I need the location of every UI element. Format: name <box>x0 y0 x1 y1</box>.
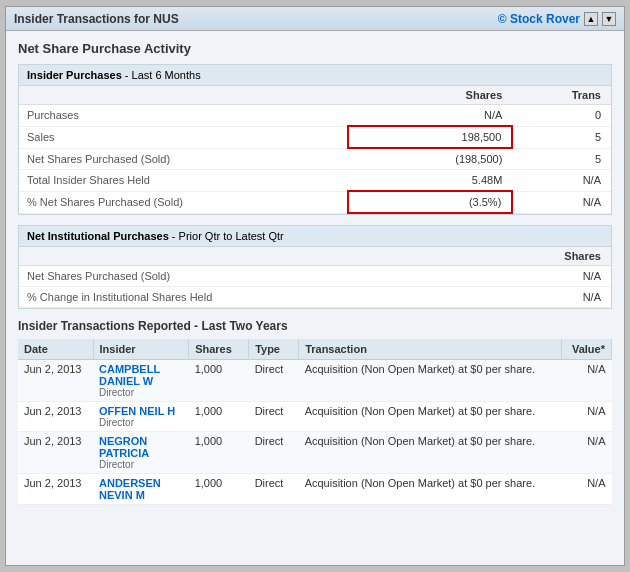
col-trans: Trans <box>512 86 611 105</box>
row-value: N/A <box>562 432 612 474</box>
row-shares: 198,500 <box>348 126 512 148</box>
row-insider: OFFEN NEIL HDirector <box>93 402 189 432</box>
row-shares: 1,000 <box>189 474 249 505</box>
table-row: PurchasesN/A0 <box>19 105 611 127</box>
row-date: Jun 2, 2013 <box>18 360 93 402</box>
row-insider: NEGRONPATRICIADirector <box>93 432 189 474</box>
insider-purchases-table: Shares Trans PurchasesN/A0Sales198,5005N… <box>19 86 611 214</box>
insider-purchases-section: Insider Purchases - Last 6 Months Shares… <box>18 64 612 215</box>
row-label: Net Shares Purchased (Sold) <box>19 266 414 287</box>
row-shares: 1,000 <box>189 360 249 402</box>
col-shares-trans: Shares <box>189 339 249 360</box>
row-transaction: Acquisition (Non Open Market) at $0 per … <box>299 360 562 402</box>
insider-link[interactable]: OFFEN NEIL H <box>99 405 175 417</box>
main-content: Net Share Purchase Activity Insider Purc… <box>6 31 624 565</box>
transactions-section-title: Insider Transactions Reported - Last Two… <box>18 319 612 333</box>
row-value: N/A <box>562 474 612 505</box>
col-type: Type <box>249 339 299 360</box>
row-value: N/A <box>562 360 612 402</box>
window-title: Insider Transactions for NUS <box>14 12 179 26</box>
insider-link[interactable]: ANDERSENNEVIN M <box>99 477 161 501</box>
col-insider: Insider <box>93 339 189 360</box>
transactions-section: Insider Transactions Reported - Last Two… <box>18 319 612 505</box>
insider-role: Director <box>99 459 183 470</box>
title-bar-right: © Stock Rover ▲ ▼ <box>498 12 616 26</box>
maximize-button[interactable]: ▼ <box>602 12 616 26</box>
row-date: Jun 2, 2013 <box>18 402 93 432</box>
col-value: Value* <box>562 339 612 360</box>
row-label: Total Insider Shares Held <box>19 170 348 192</box>
insider-purchases-header-label: Insider Purchases <box>27 69 122 81</box>
inst-col-shares: Shares <box>414 247 611 266</box>
row-label: Purchases <box>19 105 348 127</box>
net-share-section-title: Net Share Purchase Activity <box>18 41 612 56</box>
institutional-purchases-section: Net Institutional Purchases - Prior Qtr … <box>18 225 612 309</box>
table-row: Net Shares Purchased (Sold)N/A <box>19 266 611 287</box>
insider-role: Director <box>99 417 183 428</box>
table-row: Jun 2, 2013CAMPBELLDANIEL WDirector1,000… <box>18 360 612 402</box>
row-type: Direct <box>249 360 299 402</box>
institutional-purchases-header-suffix: - Prior Qtr to Latest Qtr <box>169 230 284 242</box>
table-row: Net Shares Purchased (Sold)(198,500)5 <box>19 148 611 170</box>
table-row: Jun 2, 2013ANDERSENNEVIN M1,000DirectAcq… <box>18 474 612 505</box>
row-insider: ANDERSENNEVIN M <box>93 474 189 505</box>
row-trans: 5 <box>512 126 611 148</box>
insider-purchases-header: Insider Purchases - Last 6 Months <box>19 65 611 86</box>
stock-rover-link[interactable]: © Stock Rover <box>498 12 580 26</box>
title-bar: Insider Transactions for NUS © Stock Rov… <box>6 7 624 31</box>
insider-link[interactable]: CAMPBELLDANIEL W <box>99 363 160 387</box>
row-shares: 1,000 <box>189 432 249 474</box>
row-transaction: Acquisition (Non Open Market) at $0 per … <box>299 474 562 505</box>
row-insider: CAMPBELLDANIEL WDirector <box>93 360 189 402</box>
row-trans: N/A <box>512 191 611 213</box>
row-value: N/A <box>562 402 612 432</box>
table-row: Total Insider Shares Held5.48MN/A <box>19 170 611 192</box>
table-row: Jun 2, 2013NEGRONPATRICIADirector1,000Di… <box>18 432 612 474</box>
row-label: Net Shares Purchased (Sold) <box>19 148 348 170</box>
table-row: % Net Shares Purchased (Sold)(3.5%)N/A <box>19 191 611 213</box>
row-transaction: Acquisition (Non Open Market) at $0 per … <box>299 432 562 474</box>
row-shares: N/A <box>414 287 611 308</box>
row-date: Jun 2, 2013 <box>18 474 93 505</box>
row-shares: N/A <box>414 266 611 287</box>
row-trans: 0 <box>512 105 611 127</box>
row-label: Sales <box>19 126 348 148</box>
table-row: % Change in Institutional Shares HeldN/A <box>19 287 611 308</box>
insider-purchases-header-suffix: - Last 6 Months <box>122 69 201 81</box>
row-type: Direct <box>249 402 299 432</box>
row-transaction: Acquisition (Non Open Market) at $0 per … <box>299 402 562 432</box>
col-shares: Shares <box>348 86 512 105</box>
transactions-table: Date Insider Shares Type Transaction Val… <box>18 339 612 505</box>
row-date: Jun 2, 2013 <box>18 432 93 474</box>
row-shares: (198,500) <box>348 148 512 170</box>
row-label: % Change in Institutional Shares Held <box>19 287 414 308</box>
row-shares: (3.5%) <box>348 191 512 213</box>
institutional-purchases-header-label: Net Institutional Purchases <box>27 230 169 242</box>
row-type: Direct <box>249 432 299 474</box>
col-date: Date <box>18 339 93 360</box>
minimize-button[interactable]: ▲ <box>584 12 598 26</box>
row-label: % Net Shares Purchased (Sold) <box>19 191 348 213</box>
table-row: Sales198,5005 <box>19 126 611 148</box>
institutional-purchases-table: Shares Net Shares Purchased (Sold)N/A% C… <box>19 247 611 308</box>
institutional-purchases-header: Net Institutional Purchases - Prior Qtr … <box>19 226 611 247</box>
row-type: Direct <box>249 474 299 505</box>
insider-role: Director <box>99 387 183 398</box>
main-window: Insider Transactions for NUS © Stock Rov… <box>5 6 625 566</box>
row-trans: N/A <box>512 170 611 192</box>
insider-link[interactable]: NEGRONPATRICIA <box>99 435 149 459</box>
row-shares: N/A <box>348 105 512 127</box>
row-trans: 5 <box>512 148 611 170</box>
row-shares: 5.48M <box>348 170 512 192</box>
col-transaction: Transaction <box>299 339 562 360</box>
table-row: Jun 2, 2013OFFEN NEIL HDirector1,000Dire… <box>18 402 612 432</box>
row-shares: 1,000 <box>189 402 249 432</box>
